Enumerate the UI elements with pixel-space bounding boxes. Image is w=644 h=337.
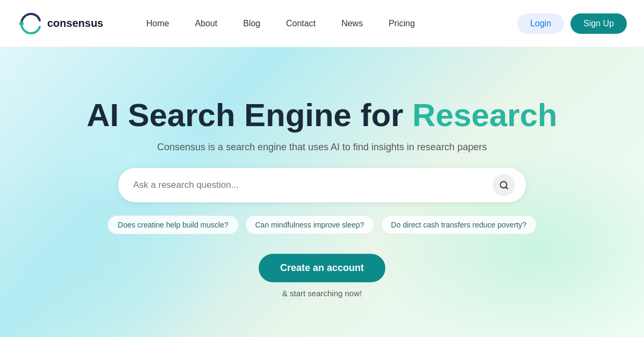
- logo-text: consensus: [47, 17, 103, 30]
- logo-icon: [17, 11, 43, 36]
- nav-actions: Login Sign Up: [517, 13, 627, 34]
- hero-title: AI Search Engine for Research: [87, 98, 558, 133]
- nav-links: Home About Blog Contact News Pricing: [146, 19, 517, 28]
- hero-section: AI Search Engine for Research Consensus …: [0, 47, 644, 337]
- nav-item-news[interactable]: News: [341, 19, 363, 28]
- chip-1[interactable]: Does creatine help build muscle?: [107, 215, 238, 235]
- hero-content: AI Search Engine for Research Consensus …: [0, 98, 644, 298]
- suggestion-chips: Does creatine help build muscle? Can min…: [107, 215, 536, 235]
- search-bar: [118, 168, 526, 202]
- nav-item-contact[interactable]: Contact: [286, 19, 316, 28]
- navbar: consensus Home About Blog Contact News P…: [0, 0, 644, 47]
- hero-subtitle: Consensus is a search engine that uses A…: [157, 142, 487, 153]
- search-icon: [499, 180, 509, 190]
- hero-title-accent: Research: [412, 97, 557, 133]
- svg-line-3: [506, 187, 507, 188]
- cta-sub-text: & start searching now!: [282, 289, 362, 298]
- create-account-button[interactable]: Create an account: [259, 254, 385, 282]
- nav-item-home[interactable]: Home: [146, 19, 169, 28]
- chip-2[interactable]: Can mindfulness improve sleep?: [245, 215, 375, 235]
- login-button[interactable]: Login: [517, 13, 564, 34]
- nav-item-blog[interactable]: Blog: [243, 19, 260, 28]
- svg-point-1: [19, 21, 24, 26]
- search-button[interactable]: [493, 174, 515, 196]
- nav-item-about[interactable]: About: [195, 19, 217, 28]
- nav-item-pricing[interactable]: Pricing: [389, 19, 415, 28]
- signup-button[interactable]: Sign Up: [570, 13, 627, 34]
- logo[interactable]: consensus: [17, 11, 103, 36]
- hero-title-main: AI Search Engine for: [87, 97, 413, 133]
- search-input[interactable]: [133, 180, 493, 191]
- chip-3[interactable]: Do direct cash transfers reduce poverty?: [381, 215, 537, 235]
